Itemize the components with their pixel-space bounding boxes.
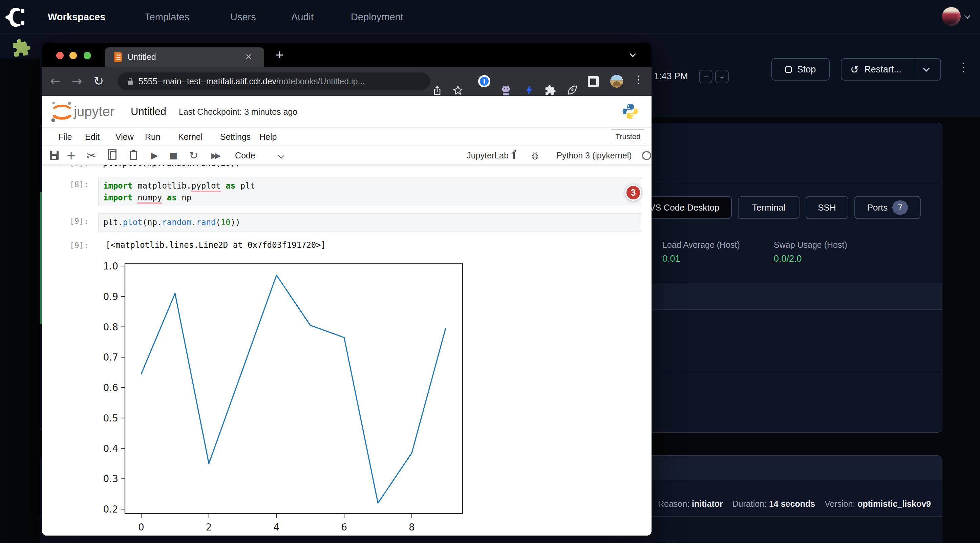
kernel-name[interactable]: Python 3 (ipykernel): [553, 146, 636, 165]
user-menu-chevron-icon[interactable]: [964, 13, 970, 19]
code-cell[interactable]: plt.plot(np.random.rand(10)): [98, 213, 642, 232]
tab-close-icon[interactable]: ✕: [245, 48, 252, 67]
cell-prompt: [8]:: [70, 180, 88, 189]
interrupt-kernel-button[interactable]: ■: [167, 146, 180, 165]
menu-help[interactable]: Help: [259, 128, 277, 146]
paste-cell-button[interactable]: [127, 146, 140, 165]
lock-icon: [126, 77, 134, 85]
copy-icon: [110, 151, 116, 160]
reload-button[interactable]: ↻: [94, 67, 103, 96]
run-cell-button[interactable]: ▶: [148, 146, 161, 165]
svg-text:0: 0: [138, 522, 144, 532]
restart-kernel-button[interactable]: ↻: [187, 146, 200, 165]
nav-users[interactable]: Users: [230, 0, 256, 34]
notebook-title[interactable]: Untitled: [131, 96, 166, 128]
menu-edit[interactable]: Edit: [85, 128, 100, 146]
notification-badge[interactable]: 3: [625, 184, 641, 201]
matplotlib-line-chart: 0.20.30.40.50.60.70.80.91.002468: [89, 251, 489, 532]
window-maximize-button[interactable]: [84, 52, 91, 59]
back-button[interactable]: ←: [50, 67, 60, 96]
cell-prompt: [9]:: [70, 217, 88, 225]
svg-text:0.7: 0.7: [103, 352, 118, 363]
menu-kernel[interactable]: Kernel: [178, 128, 202, 146]
run-all-button[interactable]: ▶▶: [207, 146, 223, 165]
window-close-button[interactable]: [56, 52, 64, 59]
restart-icon: ↺: [850, 64, 859, 76]
load-average-label: Load Average (Host): [662, 240, 740, 250]
menu-view[interactable]: View: [116, 128, 134, 146]
cell-type-chevron-icon[interactable]: [278, 152, 284, 159]
nav-deployment[interactable]: Deployment: [351, 0, 403, 34]
clipped-previous-cell: [7]: plt.plot(np.random.rand(10)): [42, 165, 652, 170]
restart-button[interactable]: ↺ Restart...: [841, 58, 941, 81]
workspace-kebab-menu[interactable]: ⋮: [958, 60, 969, 74]
menu-run[interactable]: Run: [145, 128, 161, 146]
nav-templates[interactable]: Templates: [145, 0, 189, 34]
forward-button[interactable]: →: [72, 67, 82, 96]
jupyter-logo: jupyter: [49, 100, 127, 124]
cut-cell-button[interactable]: ✂: [84, 146, 99, 165]
browser-profile-avatar[interactable]: [610, 75, 623, 88]
svg-text:6: 6: [341, 522, 347, 532]
coder-logo-icon: [5, 6, 26, 28]
code-cell[interactable]: import matplotlib.pyplot as plt import n…: [98, 177, 642, 206]
add-cell-button[interactable]: +: [64, 146, 78, 165]
copy-cell-button[interactable]: [106, 146, 120, 165]
cell-type-select[interactable]: Code: [233, 146, 257, 165]
svg-text:0.5: 0.5: [103, 413, 118, 424]
svg-text:1.0: 1.0: [103, 261, 118, 272]
tab-title: Untitled: [127, 48, 156, 67]
browser-tabstrip: Untitled ✕ +: [42, 43, 652, 67]
app-button-terminal[interactable]: Terminal: [738, 196, 800, 219]
jupyter-menubar: File Edit View Run Kernel Settings Help …: [42, 128, 652, 146]
menu-settings[interactable]: Settings: [220, 128, 251, 146]
save-button[interactable]: [48, 146, 61, 165]
top-navbar: Workspaces Templates Users Audit Deploym…: [0, 0, 980, 34]
output-text: [<matplotlib.lines.Line2D at 0x7fd03f191…: [106, 240, 326, 250]
zoom-in-button[interactable]: +: [715, 70, 729, 83]
nav-audit[interactable]: Audit: [291, 0, 313, 34]
ports-count-badge: 7: [892, 200, 908, 214]
svg-text:8: 8: [409, 522, 415, 532]
notebook-checkpoint: Last Checkpoint: 3 minutes ago: [179, 96, 298, 128]
menu-file[interactable]: File: [58, 128, 72, 146]
app-button-ports[interactable]: Ports 7: [854, 196, 921, 219]
left-gutter: [0, 59, 40, 117]
browser-tab[interactable]: Untitled ✕: [105, 48, 264, 67]
address-bar[interactable]: 5555--main--test--matifali.atif.cdr.dev/…: [118, 73, 430, 90]
jupyter-favicon-icon: [114, 52, 122, 62]
jupyter-toolbar: + ✂ ▶ ■ ↻ ▶▶ Code JupyterLab Python 3 (i…: [42, 146, 652, 165]
swap-usage-value: 0.0/2.0: [774, 254, 802, 264]
trusted-button[interactable]: Trusted: [611, 129, 645, 144]
python-logo-icon: [622, 103, 638, 119]
window-minimize-button[interactable]: [69, 52, 77, 59]
browser-toolbar: ← → ↻ 5555--main--test--matifali.atif.cd…: [42, 67, 652, 96]
extension-1password-icon[interactable]: [478, 75, 490, 87]
paste-icon: [130, 151, 137, 160]
code-line: plt.plot(np.random.rand(10)): [103, 217, 642, 229]
new-tab-button[interactable]: +: [276, 46, 283, 64]
extension-frame-icon[interactable]: [588, 76, 599, 87]
kernel-status-icon: [642, 151, 651, 160]
stop-button[interactable]: Stop: [772, 58, 830, 81]
tab-search-chevron-icon[interactable]: [630, 51, 636, 57]
zoom-out-button[interactable]: −: [699, 70, 713, 83]
restart-divider: [915, 59, 915, 80]
jupyter-page: jupyter Untitled Last Checkpoint: 3 minu…: [42, 96, 652, 535]
svg-text:2: 2: [206, 522, 212, 532]
external-link-icon[interactable]: [513, 152, 515, 159]
output-prompt: [9]:: [70, 241, 88, 250]
restart-options-chevron-icon[interactable]: [923, 65, 929, 71]
nav-workspaces[interactable]: Workspaces: [48, 0, 105, 34]
user-avatar[interactable]: [942, 7, 961, 26]
debugger-bug-icon[interactable]: [530, 151, 540, 160]
puzzle-icon: [10, 37, 32, 59]
open-jupyterlab-link[interactable]: JupyterLab: [466, 146, 510, 165]
browser-kebab-menu[interactable]: ⋮: [633, 73, 643, 85]
build-info-row[interactable]: Reason: initiator Duration: 14 seconds V…: [658, 497, 931, 511]
svg-text:0.8: 0.8: [103, 322, 118, 333]
svg-text:0.3: 0.3: [103, 473, 118, 484]
app-button-ssh[interactable]: SSH: [806, 196, 848, 219]
code-line: import numpy as np: [103, 192, 642, 204]
save-icon: [50, 151, 59, 160]
